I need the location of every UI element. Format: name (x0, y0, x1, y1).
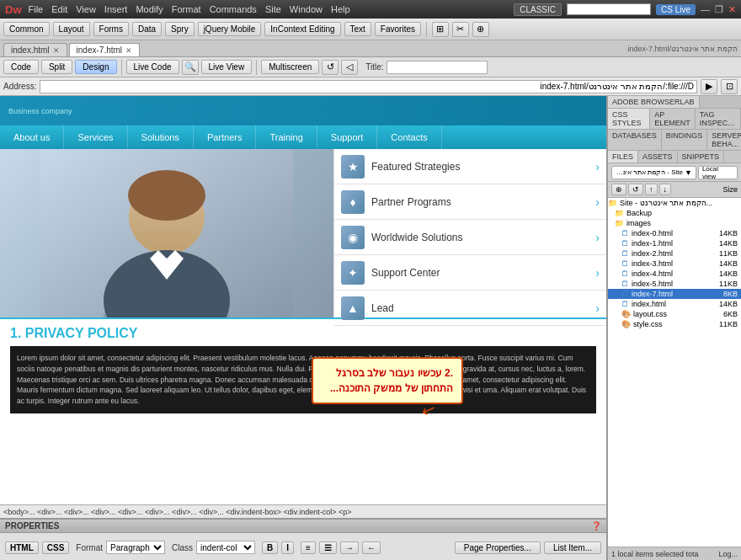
sidebar-support[interactable]: ✦ Support Center › (334, 255, 606, 291)
nav-services[interactable]: Services (64, 125, 127, 149)
file-item[interactable]: 🗒index-4.html14KB (608, 269, 741, 279)
toolbar-spry[interactable]: Spry (165, 22, 195, 36)
sidebar-featured[interactable]: ★ Featured Strategies › (334, 149, 606, 184)
cs-live-button[interactable]: CS Live (656, 4, 696, 15)
address-settings-icon[interactable]: ⊡ (721, 79, 738, 94)
code-path[interactable]: <body>... <div>... <div>... <div>... <di… (3, 508, 351, 516)
minimize-button[interactable]: — (701, 4, 710, 14)
file-item[interactable]: 🗒index-7.html8KB (608, 289, 741, 299)
prop-css-btn[interactable]: CSS (42, 541, 70, 554)
menu-window[interactable]: Window (290, 4, 323, 14)
tab-index-close[interactable]: ✕ (53, 46, 60, 55)
file-item[interactable]: 🎨style.css11KB (608, 319, 741, 329)
refresh-icon[interactable]: ↺ (322, 60, 339, 75)
back-icon[interactable]: ◁ (341, 60, 358, 75)
toolbar-icon3[interactable]: ⊕ (472, 22, 489, 37)
tab-index7-close[interactable]: ✕ (125, 46, 132, 55)
nav-about[interactable]: About us (0, 125, 64, 149)
bindings-tab[interactable]: BINDINGS (662, 130, 708, 150)
live-code-btn[interactable]: Live Code (126, 60, 179, 74)
bold-btn[interactable]: B (262, 541, 278, 554)
format-select[interactable]: Paragraph (106, 541, 165, 554)
tag-inspect-tab[interactable]: TAG INSPEC... (696, 109, 741, 129)
file-item[interactable]: 🗒index-1.html14KB (608, 238, 741, 248)
live-view-btn[interactable]: Live View (201, 60, 253, 74)
title-input[interactable] (386, 61, 488, 74)
assets-tab[interactable]: ASSETS (638, 151, 678, 163)
class-select[interactable]: indent-col (196, 541, 255, 554)
address-input[interactable] (40, 80, 697, 93)
toolbar-icon2[interactable]: ✂ (452, 22, 469, 37)
file-item[interactable]: 🗒index-0.html14KB (608, 228, 741, 238)
list-item-btn[interactable]: List Item... (544, 541, 601, 554)
indent-btn[interactable]: → (340, 541, 359, 554)
menu-edit[interactable]: Edit (51, 4, 67, 14)
toolbar-incontext[interactable]: InContext Editing (264, 22, 340, 36)
nav-training[interactable]: Training (256, 125, 317, 149)
files-refresh-btn[interactable]: ↺ (628, 184, 643, 195)
menu-modify[interactable]: Modify (136, 4, 163, 14)
toolbar-jquery[interactable]: jQuery Mobile (198, 22, 262, 36)
toolbar-icon1[interactable]: ⊞ (432, 22, 449, 37)
toolbar-layout[interactable]: Layout (53, 22, 90, 36)
toolbar-favorites[interactable]: Favorites (375, 22, 421, 36)
menu-format[interactable]: Format (172, 4, 201, 14)
menu-insert[interactable]: Insert (104, 4, 128, 14)
restore-button[interactable]: ❐ (715, 4, 723, 15)
tab-index[interactable]: index.html ✕ (3, 43, 67, 56)
classic-button[interactable]: CLASSIC (514, 3, 562, 16)
multiscreen-btn[interactable]: Multiscreen (261, 60, 319, 74)
view-dropdown[interactable]: Local view (698, 166, 738, 179)
browserlab-tab[interactable]: ADOBE BROWSERLAB (608, 96, 700, 108)
ol-btn[interactable]: ☰ (319, 541, 337, 554)
title-search-input[interactable] (567, 3, 651, 15)
nav-partners[interactable]: Partners (194, 125, 257, 149)
code-btn[interactable]: Code (3, 60, 39, 74)
outdent-btn[interactable]: ← (362, 541, 381, 554)
menu-help[interactable]: Help (331, 4, 350, 14)
page-props-btn[interactable]: Page Properties... (455, 541, 541, 554)
toolbar-text[interactable]: Text (344, 22, 371, 36)
files-up-btn[interactable]: ↑ (645, 184, 658, 195)
files-down-btn[interactable]: ↓ (659, 184, 672, 195)
file-item[interactable]: 🎨layout.css6KB (608, 309, 741, 319)
databases-tab[interactable]: DATABASES (608, 130, 662, 150)
nav-solutions[interactable]: Solutions (128, 125, 194, 149)
menu-site[interactable]: Site (265, 4, 281, 14)
site-dropdown[interactable]: Site - הקמת אתר אינטרנט... ▼ (611, 166, 696, 179)
menu-view[interactable]: View (76, 4, 96, 14)
italic-btn[interactable]: I (281, 541, 294, 554)
close-button[interactable]: ✕ (728, 4, 736, 15)
inspect-icon[interactable]: 🔍 (182, 60, 199, 75)
file-item[interactable]: 🗒index-3.html14KB (608, 259, 741, 269)
snippets-tab[interactable]: SNIPPETS (678, 151, 725, 163)
ap-element-tab[interactable]: AP ELEMENT (650, 109, 696, 129)
sidebar-partner[interactable]: ♦ Partner Programs › (334, 184, 606, 220)
css-styles-tab[interactable]: CSS STYLES (608, 109, 650, 129)
file-item[interactable]: 🗒index-5.html11KB (608, 279, 741, 289)
design-btn[interactable]: Design (75, 60, 116, 74)
menu-file[interactable]: File (29, 4, 44, 14)
log-icon[interactable]: Log... (718, 550, 738, 558)
ul-btn[interactable]: ≡ (301, 541, 316, 554)
prop-html-btn[interactable]: HTML (5, 541, 39, 554)
file-item[interactable]: 📁Site - הקמת אתר אינטרנט... (608, 198, 741, 208)
files-new-btn[interactable]: ⊕ (611, 184, 626, 195)
sidebar-worldwide[interactable]: ◉ Worldwide Solutions › (334, 220, 606, 255)
split-btn[interactable]: Split (41, 60, 72, 74)
file-item[interactable]: 🗒index.html14KB (608, 299, 741, 309)
files-tab[interactable]: FILES (608, 151, 638, 163)
nav-contacts[interactable]: Contacts (377, 125, 441, 149)
tab-index7[interactable]: index-7.html ✕ (69, 43, 140, 56)
toolbar-forms[interactable]: Forms (93, 22, 129, 36)
properties-help-icon[interactable]: ❓ (591, 521, 601, 531)
toolbar-data[interactable]: Data (132, 22, 162, 36)
file-item[interactable]: 📁Backup (608, 208, 741, 218)
toolbar-common[interactable]: Common (3, 22, 50, 36)
sidebar-lead[interactable]: ▲ Lead › (334, 291, 606, 326)
address-go-icon[interactable]: ▶ (701, 79, 717, 94)
file-item[interactable]: 🗒index-2.html11KB (608, 248, 741, 259)
menu-commands[interactable]: Commands (210, 4, 257, 14)
nav-support[interactable]: Support (317, 125, 378, 149)
file-item[interactable]: 📁images (608, 218, 741, 228)
